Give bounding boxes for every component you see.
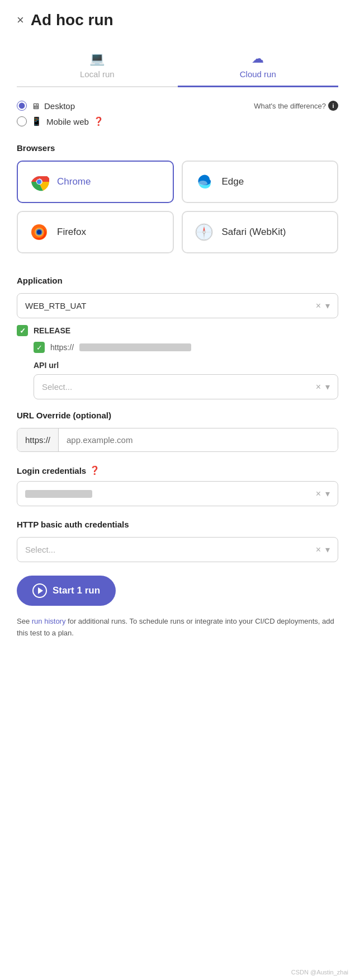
url-override-section: URL Override (optional) https:// [17,411,338,452]
release-checkbox[interactable]: ✓ [17,325,28,336]
desktop-icon: 🖥 [31,101,40,111]
run-history-link[interactable]: run history [32,617,66,625]
http-auth-section: HTTP basic auth credentials Select... × … [17,520,338,562]
url-blurred-value [79,343,191,351]
release-label: RELEASE [34,326,70,335]
checkmark-icon: ✓ [20,327,26,335]
application-select-actions: × ▾ [316,300,330,311]
close-icon[interactable]: × [17,14,24,26]
safari-label: Safari (WebKit) [222,227,286,238]
login-credentials-value [25,490,92,498]
page-title: Ad hoc run [31,11,113,29]
play-icon [32,583,47,598]
login-credentials-select[interactable]: × ▾ [17,481,338,506]
desktop-label: Desktop [44,101,75,111]
firefox-icon [29,222,49,242]
url-prefix: https:// [50,343,74,352]
url-override-label: URL Override (optional) [17,411,338,420]
browsers-grid: Chrome Edge Firefox [17,161,338,253]
url-scheme-value: https:// [17,428,59,451]
login-credentials-label: Login credentials [17,466,86,475]
tab-local-label: Local run [80,69,115,79]
login-cred-label-row: Login credentials ❓ [17,465,338,475]
desktop-radio[interactable] [17,101,27,111]
browsers-label: Browsers [17,143,338,153]
firefox-label: Firefox [57,227,86,238]
tab-cloud-label: Cloud run [240,69,276,79]
release-url-row: ✓ https:// [17,342,338,353]
safari-icon [194,222,214,242]
login-chevron-icon[interactable]: ▾ [325,488,330,499]
api-url-label: API url [17,361,338,370]
url-checkbox[interactable]: ✓ [34,342,45,353]
release-checkbox-row: ✓ RELEASE [17,325,338,336]
mobile-radio[interactable] [17,116,27,126]
svg-point-11 [37,230,41,234]
start-run-button[interactable]: Start 1 run [17,576,116,606]
desktop-run-type: 🖥 Desktop [17,101,254,111]
api-clear-icon[interactable]: × [316,382,321,392]
login-clear-icon[interactable]: × [316,489,321,499]
mobile-run-type: 📱 Mobile web ❓ [17,116,254,126]
tab-cloud-run[interactable]: ☁ Cloud run [178,46,339,87]
play-triangle [38,587,43,594]
chrome-label: Chrome [57,176,91,187]
mobile-help-icon[interactable]: ❓ [93,116,104,126]
svg-point-19 [203,231,205,233]
chrome-icon [29,172,49,192]
clear-icon[interactable]: × [316,301,321,311]
watermark: CSDN @Austin_zhai [291,969,348,976]
http-auth-label: HTTP basic auth credentials [17,520,338,529]
run-type-section: 🖥 Desktop 📱 Mobile web ❓ What's the diff… [17,101,338,132]
edge-icon [194,172,214,192]
http-auth-select[interactable]: Select... × ▾ [17,537,338,562]
browser-safari[interactable]: Safari (WebKit) [182,211,339,253]
footer-text: See run history for additional runs. To … [17,616,338,639]
login-help-icon[interactable]: ❓ [89,465,100,475]
application-section: Application WEB_RTB_UAT × ▾ ✓ RELEASE ✓ … [17,276,338,399]
tab-bar: 💻 Local run ☁ Cloud run [17,46,338,87]
application-select[interactable]: WEB_RTB_UAT × ▾ [17,293,338,318]
http-clear-icon[interactable]: × [316,545,321,555]
chevron-down-icon[interactable]: ▾ [325,300,330,311]
start-button-label: Start 1 run [53,585,100,596]
edge-label: Edge [222,176,244,187]
browser-firefox[interactable]: Firefox [17,211,174,253]
api-chevron-icon[interactable]: ▾ [325,381,330,392]
whats-difference[interactable]: What's the difference? i [254,101,338,111]
api-url-select-actions: × ▾ [316,381,330,392]
browser-edge[interactable]: Edge [182,161,339,203]
mobile-icon: 📱 [31,116,42,126]
http-auth-select-actions: × ▾ [316,544,330,555]
mobile-label: Mobile web [46,117,89,126]
http-auth-placeholder: Select... [25,545,55,554]
api-url-select[interactable]: Select... × ▾ [34,374,338,399]
local-run-icon: 💻 [89,51,105,66]
application-value: WEB_RTB_UAT [25,301,86,310]
cloud-run-icon: ☁ [252,51,264,66]
browser-chrome[interactable]: Chrome [17,161,174,203]
login-cred-select-actions: × ▾ [316,488,330,499]
application-label: Application [17,276,338,285]
whats-difference-text: What's the difference? [254,102,326,110]
tab-local-run[interactable]: 💻 Local run [17,46,178,87]
header: × Ad hoc run [17,11,338,29]
url-checkmark-icon: ✓ [36,343,42,352]
url-host-input[interactable] [59,428,338,451]
http-chevron-icon[interactable]: ▾ [325,544,330,555]
info-icon[interactable]: i [328,101,338,111]
login-credentials-section: Login credentials ❓ × ▾ [17,465,338,506]
url-override-row: https:// [17,428,338,452]
api-url-placeholder: Select... [42,382,72,392]
svg-point-5 [37,180,41,184]
